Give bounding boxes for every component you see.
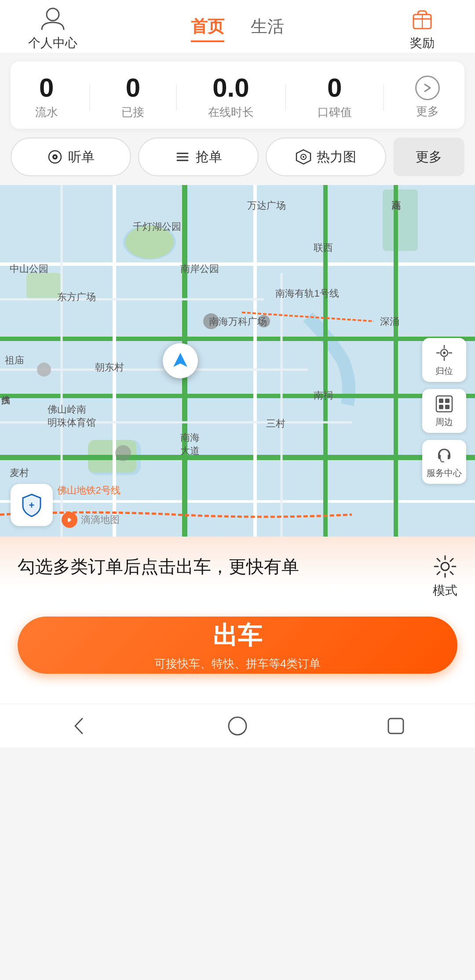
label-zhongshan: 中山公园 — [10, 262, 48, 276]
label-nanci: 南祠 — [314, 389, 333, 402]
stat-reputation-label: 口碑值 — [318, 105, 352, 120]
map-controls: 归位 周边 服务中心 — [422, 338, 466, 484]
bottom-header: 勾选多类订单后点击出车，更快有单 模式 — [18, 554, 457, 599]
reward-icon — [409, 6, 435, 32]
start-btn-sub: 可接快车、特快、拼车等4类订单 — [154, 656, 321, 671]
label-foshan-metro: 佛山地铁2号线 — [57, 484, 121, 497]
locate-btn[interactable]: 归位 — [422, 338, 466, 382]
svg-point-0 — [47, 8, 59, 21]
svg-rect-15 — [26, 273, 62, 299]
location-pin — [163, 343, 198, 378]
stat-revenue-value: 0 — [39, 75, 54, 101]
heatmap-label: 热力图 — [317, 148, 356, 166]
svg-rect-45 — [439, 399, 443, 403]
profile-nav[interactable]: 个人中心 — [18, 6, 88, 51]
stat-online-value: 0.0 — [212, 75, 249, 101]
svg-rect-46 — [445, 399, 449, 403]
settings-icon — [433, 554, 457, 579]
bottom-nav-bar — [0, 704, 475, 748]
didi-logo — [62, 512, 77, 528]
service-btn[interactable]: 服务中心 — [422, 440, 466, 484]
label-wanda: 万达广场 — [247, 199, 286, 212]
svg-point-4 — [54, 156, 56, 158]
stat-divider-2 — [176, 84, 177, 111]
svg-point-43 — [443, 352, 446, 354]
label-qiandeng: 千灯湖公园 — [133, 220, 181, 233]
start-btn[interactable]: 出车 可接快车、特快、拼车等4类订单 — [18, 617, 457, 674]
profile-label: 个人中心 — [28, 35, 77, 51]
safety-icon: + — [19, 493, 44, 517]
nearby-btn[interactable]: 周边 — [422, 389, 466, 433]
label-vanke: 南海万科广场 — [209, 315, 267, 328]
home-btn[interactable] — [220, 708, 255, 744]
label-zumiao: 祖庙 — [5, 354, 24, 367]
safety-btn[interactable]: + — [11, 484, 53, 526]
grab-icon — [175, 149, 190, 165]
label-lianxi: 联西 — [314, 241, 333, 254]
stat-divider-1 — [89, 84, 90, 111]
stat-accepted-value: 0 — [126, 75, 140, 101]
svg-rect-53 — [388, 719, 403, 733]
locate-label: 归位 — [435, 365, 453, 377]
recent-btn[interactable] — [378, 708, 413, 744]
locate-icon — [435, 343, 454, 363]
home-circle-icon — [227, 715, 248, 737]
label-sancun: 三村 — [266, 417, 285, 430]
stat-online: 0.0 在线时长 — [208, 75, 254, 120]
reward-label: 奖励 — [410, 35, 435, 51]
action-row: 听单 抢单 热力图 更多 — [11, 138, 464, 176]
stat-revenue-label: 流水 — [35, 105, 58, 120]
actions-more-label: 更多 — [416, 148, 442, 166]
stat-online-label: 在线时长 — [208, 105, 254, 120]
label-maicun: 麦村 — [10, 466, 29, 479]
mode-btn[interactable]: 模式 — [433, 554, 457, 599]
watermark-text: 滴滴地图 — [81, 513, 120, 526]
label-mingzhu: 佛山岭南明珠体育馆 — [48, 403, 96, 429]
svg-rect-44 — [436, 396, 452, 412]
svg-text:+: + — [29, 500, 35, 511]
actions-more-btn[interactable]: 更多 — [393, 138, 464, 176]
tab-home[interactable]: 首页 — [191, 15, 224, 42]
label-shenyong: 深涌 — [380, 315, 399, 328]
svg-rect-48 — [445, 405, 449, 409]
svg-point-36 — [115, 445, 131, 461]
back-icon — [68, 715, 90, 737]
nearby-label: 周边 — [435, 416, 453, 428]
listen-btn[interactable]: 听单 — [11, 138, 131, 176]
service-label: 服务中心 — [427, 467, 462, 479]
nearby-icon — [435, 394, 454, 414]
bottom-panel: 勾选多类订单后点击出车，更快有单 模式 出车 可接快车、特快、拼车等4类订单 — [0, 537, 475, 704]
svg-point-51 — [441, 563, 449, 570]
svg-point-33 — [37, 363, 51, 377]
grab-label: 抢单 — [196, 148, 222, 166]
svg-marker-37 — [173, 353, 187, 367]
stat-divider-3 — [285, 84, 286, 111]
label-dongfang: 东方广场 — [57, 290, 96, 304]
start-btn-main: 出车 — [213, 619, 262, 653]
back-btn[interactable] — [62, 708, 97, 744]
heatmap-btn[interactable]: 热力图 — [266, 138, 386, 176]
profile-icon — [40, 6, 66, 32]
stat-divider-4 — [383, 84, 384, 111]
grab-btn[interactable]: 抢单 — [138, 138, 259, 176]
stat-reputation: 0 口碑值 — [318, 75, 352, 120]
stats-more-btn[interactable]: 更多 — [415, 76, 440, 119]
svg-rect-47 — [439, 405, 443, 409]
service-icon — [435, 445, 454, 465]
label-nanhai-rail: 南海有轨1号线 — [275, 287, 339, 300]
tab-life[interactable]: 生活 — [251, 15, 284, 42]
bottom-tip: 勾选多类订单后点击出车，更快有单 — [18, 554, 433, 579]
stat-revenue: 0 流水 — [35, 75, 58, 120]
svg-point-10 — [303, 156, 304, 158]
top-nav: 个人中心 首页 生活 奖励 — [0, 0, 475, 53]
stat-accepted-label: 已接 — [121, 105, 144, 120]
map-watermark: 滴滴地图 — [62, 512, 120, 528]
listen-icon — [47, 149, 63, 165]
reward-nav[interactable]: 奖励 — [387, 6, 457, 51]
map-container[interactable]: 万达广场 千灯湖公园 联西 中山公园 南岸公园 东方广场 南海有轨1号线 南海万… — [0, 185, 475, 537]
stats-more-label: 更多 — [416, 104, 439, 119]
nav-tabs: 首页 生活 — [191, 15, 284, 42]
svg-point-52 — [229, 717, 246, 735]
label-chaodong: 朝东村 — [95, 361, 124, 374]
stats-card: 0 流水 0 已接 0.0 在线时长 0 口碑值 更多 — [11, 62, 464, 129]
